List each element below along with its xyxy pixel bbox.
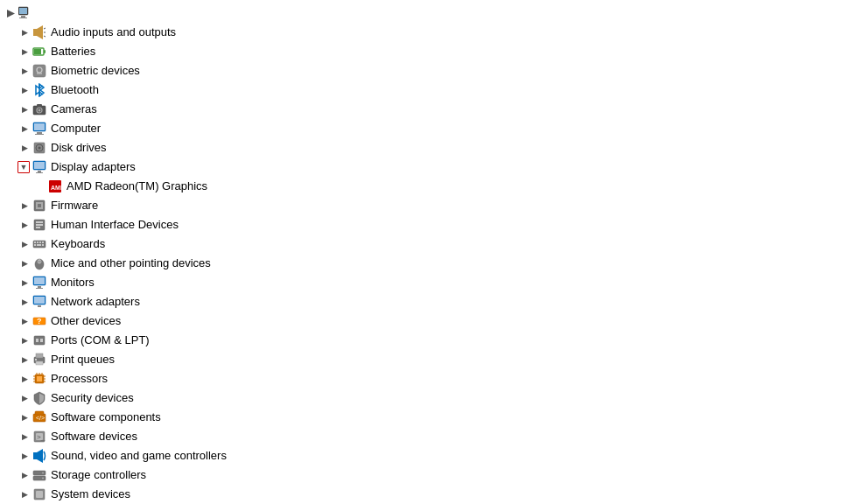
svg-rect-51 [42, 244, 44, 246]
svg-rect-57 [38, 286, 41, 288]
tree-item[interactable]: ▶Bluetooth [0, 80, 848, 100]
keyboard-icon [32, 236, 47, 252]
svg-rect-60 [34, 297, 45, 304]
svg-rect-2 [19, 8, 27, 14]
tree-item[interactable]: ▶</>Software components [0, 408, 848, 427]
audio-icon [32, 24, 47, 40]
svg-rect-65 [36, 339, 39, 342]
tree-root[interactable] [0, 4, 848, 23]
tree-expander[interactable]: ▶ [18, 391, 32, 405]
tree-item-label: Ports (COM & LPT) [51, 331, 150, 350]
tree-item-label: Monitors [51, 273, 95, 292]
svg-rect-23 [37, 104, 42, 107]
monitor-icon [32, 275, 47, 290]
tree-expander[interactable]: ▶ [18, 333, 32, 347]
computer-icon2 [32, 121, 47, 136]
tree-expander[interactable]: ▶ [18, 449, 32, 463]
svg-rect-39 [38, 204, 41, 207]
tree-item[interactable]: ▶Batteries [0, 42, 848, 61]
tree-item[interactable]: ▶?Other devices [0, 312, 848, 331]
tree-item[interactable]: ▼Display adapters [0, 158, 848, 177]
hid-icon [32, 217, 47, 233]
svg-rect-26 [37, 132, 42, 134]
tree-item-label: Other devices [51, 312, 121, 331]
tree-expander[interactable]: ▶ [18, 122, 32, 136]
tree-item[interactable]: ▶Disk drives [0, 138, 848, 158]
tree-item[interactable]: ▶Sound, video and game controllers [0, 446, 848, 466]
tree-item-label: Sound, video and game controllers [51, 446, 227, 466]
tree-expander[interactable]: ▶ [18, 45, 32, 59]
camera-icon [32, 102, 47, 117]
tree-item-label: System devices [51, 485, 130, 504]
software-dev-icon: >_ [32, 429, 47, 444]
tree-expander[interactable]: ▶ [18, 83, 32, 97]
svg-rect-4 [19, 18, 27, 18]
tree-item-label: Keyboards [51, 234, 105, 254]
software-comp-icon: </> [32, 410, 47, 425]
svg-rect-5 [33, 29, 37, 36]
svg-rect-32 [34, 162, 45, 169]
tree-expander[interactable]: ▶ [18, 314, 32, 328]
tree-item[interactable]: ▶System devices [0, 485, 848, 504]
bluetooth-icon [32, 82, 47, 98]
svg-point-93 [42, 478, 44, 480]
tree-expander[interactable]: ▶ [18, 468, 32, 482]
svg-rect-56 [34, 277, 45, 284]
tree-expander[interactable]: ▶ [18, 430, 32, 444]
svg-marker-0 [7, 10, 15, 18]
tree-item[interactable]: ▶Print queues [0, 350, 848, 369]
tree-item[interactable]: ▶Network adapters [0, 292, 848, 312]
tree-item-label: Security devices [51, 388, 134, 408]
tree-item-label: Human Interface Devices [51, 215, 179, 234]
tree-item[interactable]: ▶Security devices [0, 388, 848, 408]
tree-item-label: Processors [51, 369, 108, 388]
tree-expander[interactable]: ▶ [18, 237, 32, 251]
tree-expander[interactable]: ▶ [18, 353, 32, 367]
tree-item[interactable]: ▶Firmware [0, 196, 848, 215]
tree-item[interactable]: ▶Audio inputs and outputs [0, 23, 848, 42]
tree-expander[interactable]: ▶ [18, 64, 32, 78]
tree-expander[interactable]: ▶ [18, 102, 32, 116]
tree-item-label: Computer [51, 119, 101, 138]
svg-rect-61 [38, 305, 41, 307]
tree-item[interactable]: ▶>_Software devices [0, 427, 848, 446]
tree-item[interactable]: ▶Storage controllers [0, 466, 848, 485]
svg-rect-45 [34, 242, 36, 243]
network-icon [32, 294, 47, 310]
tree-item[interactable]: ▶Biometric devices [0, 61, 848, 80]
tree-expander[interactable]: ▶ [18, 25, 32, 39]
tree-item[interactable]: ▶AMDAMD Radeon(TM) Graphics [0, 177, 848, 196]
svg-rect-47 [39, 242, 41, 243]
tree-expander[interactable]: ▶ [18, 410, 32, 424]
tree-expander[interactable]: ▶ [18, 218, 32, 232]
svg-rect-34 [36, 172, 43, 173]
system-icon [32, 486, 47, 502]
svg-rect-95 [36, 491, 43, 498]
tree-expander[interactable]: ▶ [18, 372, 32, 386]
tree-expander[interactable]: ▶ [18, 141, 32, 155]
tree-expander[interactable]: ▶ [18, 256, 32, 270]
tree-expander[interactable]: ▶ [18, 276, 32, 290]
tree-item[interactable]: ▶Mice and other pointing devices [0, 254, 848, 273]
processor-icon [32, 371, 47, 387]
svg-marker-6 [37, 25, 43, 39]
tree-item[interactable]: ▶Keyboards [0, 234, 848, 254]
tree-expander[interactable]: ▼ [18, 161, 30, 173]
device-manager-tree[interactable]: ▶Audio inputs and outputs▶Batteries▶Biom… [0, 0, 848, 504]
svg-rect-43 [36, 227, 40, 228]
tree-item[interactable]: ▶Computer [0, 119, 848, 138]
tree-item[interactable]: ▶Cameras [0, 100, 848, 119]
svg-point-22 [39, 109, 41, 112]
tree-item[interactable]: ▶Ports (COM & LPT) [0, 331, 848, 350]
tree-expander[interactable]: ▶ [18, 295, 32, 309]
svg-rect-72 [37, 376, 42, 382]
root-expander[interactable] [4, 10, 18, 18]
sound-icon [32, 448, 47, 464]
tree-expander[interactable]: ▶ [18, 199, 32, 213]
other-icon: ? [32, 313, 47, 329]
tree-expander[interactable]: ▶ [18, 487, 32, 501]
tree-item[interactable]: ▶Processors [0, 369, 848, 388]
tree-item[interactable]: ▶Monitors [0, 273, 848, 292]
tree-item[interactable]: ▶Human Interface Devices [0, 215, 848, 234]
svg-text:>_: >_ [37, 433, 46, 441]
